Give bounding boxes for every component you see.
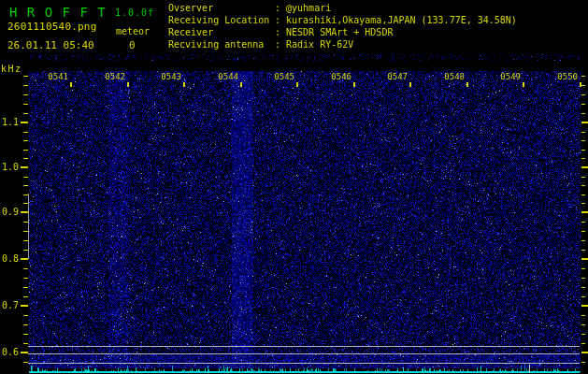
station-info-label: Receiver [168,27,275,37]
freq-tick-label: 1.0 [0,163,19,172]
freq-tick-label: 0.8 [0,254,19,264]
station-info-value: : NESDR SMArt + HDSDR [275,27,393,37]
station-info-row: Receiver: NESDR SMArt + HDSDR [168,27,393,37]
station-info-label: Ovserver [168,3,275,13]
app-version: 1.0.0f [115,8,154,18]
station-info-value: : @yuhmari [275,3,331,13]
time-tick-label: 0548 [437,73,465,81]
time-tick-label: 0547 [380,73,408,81]
freq-tick-label: 0.7 [0,301,19,310]
station-info-value: : Radix RY-62V [275,39,353,50]
station-info-row: Ovserver: @yuhmari [168,3,331,13]
freq-tick-label: 0.6 [0,348,19,357]
station-info-label: Recviving antenna [168,39,275,50]
spectrogram-canvas [0,0,588,374]
record-datetime: 26.01.11 05:40 [7,40,94,50]
freq-tick-label: 1.1 [0,118,19,127]
station-info-row: Recviving antenna: Radix RY-62V [168,39,353,50]
time-tick-label: 0543 [153,73,181,81]
time-tick-label: 0546 [323,73,351,81]
app-title: H R O F F T [9,6,107,19]
station-info-value: : kurashiki,Okayama,JAPAN (133.77E, 34.5… [275,15,517,25]
output-filename: 2601110540.png [7,22,97,32]
freq-axis-unit: kHz [1,65,22,74]
meteor-count-value: 0 [129,40,136,50]
time-tick-label: 0545 [266,73,294,81]
meteor-counter-label: meteor [116,27,150,36]
hrofft-screen: H R O F F T 1.0.0f 2601110540.png meteor… [0,0,588,374]
freq-tick-label: 0.9 [0,208,19,217]
station-info-label: Receiving Location [168,15,275,25]
time-tick-label: 0544 [210,73,238,81]
time-tick-label: 0542 [97,73,125,81]
time-tick-label: 0541 [40,73,68,81]
time-tick-label: 0549 [493,73,521,81]
station-info-row: Receiving Location: kurashiki,Okayama,JA… [168,15,517,25]
time-tick-label: 0550 [550,73,578,81]
